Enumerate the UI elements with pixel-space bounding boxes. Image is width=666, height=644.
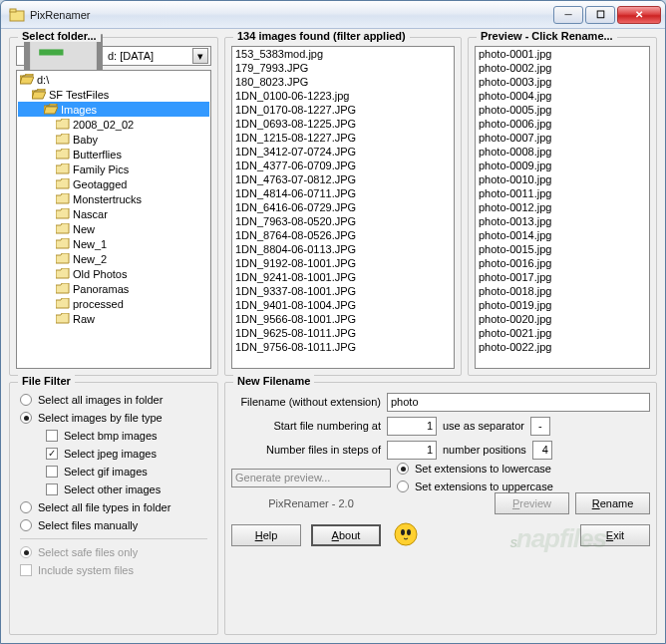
preview-file-item[interactable]: photo-0001.jpg xyxy=(477,48,648,62)
close-button[interactable]: ✕ xyxy=(617,6,661,24)
source-file-item[interactable]: 1DN_9241-08-1001.JPG xyxy=(233,271,453,285)
folder-tree-item[interactable]: Monstertrucks xyxy=(18,191,209,206)
minimize-button[interactable]: ─ xyxy=(553,6,583,24)
filename-input[interactable] xyxy=(387,393,650,412)
select-folder-group: Select folder... d: [DATA] ▾ d:\SF TestF… xyxy=(9,37,218,376)
preview-file-item[interactable]: photo-0008.jpg xyxy=(477,146,648,160)
window-title: PixRenamer xyxy=(30,9,551,21)
source-file-item[interactable]: 180_8023.JPG xyxy=(233,76,453,90)
source-file-item[interactable]: 1DN_9756-08-1011.JPG xyxy=(233,341,453,355)
folder-tree-item[interactable]: SF TestFiles xyxy=(18,87,209,102)
folder-tree-item[interactable]: d:\ xyxy=(18,72,209,87)
folder-tree-item[interactable]: Images xyxy=(18,102,209,117)
source-file-item[interactable]: 1DN_9401-08-1004.JPG xyxy=(233,299,453,313)
source-file-item[interactable]: 1DN_0693-08-1225.JPG xyxy=(233,118,453,132)
filter-system-check: Include system files xyxy=(16,561,211,579)
preview-file-item[interactable]: photo-0009.jpg xyxy=(477,160,648,173)
step-input[interactable] xyxy=(387,441,437,460)
preview-file-item[interactable]: photo-0007.jpg xyxy=(477,132,648,146)
filter-manual-radio[interactable]: Select files manually xyxy=(16,516,211,534)
folder-tree-item[interactable]: Old Photos xyxy=(18,266,209,281)
source-file-item[interactable]: 1DN_7963-08-0520.JPG xyxy=(233,215,453,229)
filter-all-images-radio[interactable]: Select all images in folder xyxy=(16,391,211,409)
folder-tree-item[interactable]: Panoramas xyxy=(18,281,209,296)
preview-file-item[interactable]: photo-0010.jpg xyxy=(477,173,648,187)
preview-file-item[interactable]: photo-0021.jpg xyxy=(477,327,648,341)
preview-file-list[interactable]: photo-0001.jpgphoto-0002.jpgphoto-0003.j… xyxy=(475,46,650,369)
folder-tree-item[interactable]: Raw xyxy=(18,311,209,326)
source-file-item[interactable]: 1DN_4763-07-0812.JPG xyxy=(233,173,453,187)
source-file-item[interactable]: 1DN_4377-06-0709.JPG xyxy=(233,160,453,173)
filename-label: Filename (without extension) xyxy=(231,396,381,408)
filter-all-files-radio[interactable]: Select all file types in folder xyxy=(16,498,211,516)
help-button[interactable]: Help xyxy=(231,524,301,546)
source-file-item[interactable]: 1DN_8764-08-0526.JPG xyxy=(233,229,453,243)
source-file-item[interactable]: 1DN_9337-08-1001.JPG xyxy=(233,285,453,299)
drive-combo[interactable]: d: [DATA] ▾ xyxy=(16,46,211,66)
preview-file-item[interactable]: photo-0015.jpg xyxy=(477,243,648,257)
source-file-item[interactable]: 179_7993.JPG xyxy=(233,62,453,76)
preview-file-item[interactable]: photo-0019.jpg xyxy=(477,299,648,313)
preview-file-item[interactable]: photo-0011.jpg xyxy=(477,187,648,201)
filter-by-type-radio[interactable]: Select images by file type xyxy=(16,409,211,427)
folder-tree[interactable]: d:\SF TestFilesImages2008_02_02BabyButte… xyxy=(16,70,211,369)
source-file-item[interactable]: 1DN_1215-08-1227.JPG xyxy=(233,132,453,146)
filter-bmp-check[interactable]: Select bmp images xyxy=(16,427,211,445)
ext-lowercase-radio[interactable]: Set extensions to lowercase xyxy=(397,460,650,478)
folder-tree-item[interactable]: New xyxy=(18,221,209,236)
about-button[interactable]: About xyxy=(311,524,381,546)
source-file-item[interactable]: 1DN_0170-08-1227.JPG xyxy=(233,104,453,118)
source-file-item[interactable]: 1DN_8804-06-0113.JPG xyxy=(233,243,453,257)
separator-label: use as separator xyxy=(443,420,524,432)
brand-label: PixRenamer - 2.0 xyxy=(231,497,391,509)
images-found-group: 134 images found (filter applied) 153_53… xyxy=(224,37,462,376)
folder-tree-item[interactable]: Nascar xyxy=(18,206,209,221)
svg-point-6 xyxy=(407,529,411,535)
preview-file-item[interactable]: photo-0004.jpg xyxy=(477,90,648,104)
preview-file-item[interactable]: photo-0017.jpg xyxy=(477,271,648,285)
preview-file-item[interactable]: photo-0003.jpg xyxy=(477,76,648,90)
preview-file-item[interactable]: photo-0005.jpg xyxy=(477,104,648,118)
preview-file-item[interactable]: photo-0020.jpg xyxy=(477,313,648,327)
folder-tree-item[interactable]: Family Pics xyxy=(18,161,209,176)
preview-button[interactable]: Preview xyxy=(495,492,569,514)
new-filename-legend: New Filename xyxy=(233,375,314,387)
source-file-item[interactable]: 1DN_0100-06-1223.jpg xyxy=(233,90,453,104)
preview-file-item[interactable]: photo-0022.jpg xyxy=(477,341,648,355)
folder-tree-item[interactable]: Butterflies xyxy=(18,147,209,161)
folder-tree-item[interactable]: New_1 xyxy=(18,236,209,251)
filter-other-check[interactable]: Select other images xyxy=(16,481,211,498)
source-file-item[interactable]: 1DN_9566-08-1001.JPG xyxy=(233,313,453,327)
drive-combo-dropdown[interactable]: ▾ xyxy=(192,48,208,64)
maximize-button[interactable]: ☐ xyxy=(585,6,615,24)
preview-file-item[interactable]: photo-0013.jpg xyxy=(477,215,648,229)
folder-tree-item[interactable]: Geotagged xyxy=(18,176,209,191)
filter-gif-check[interactable]: Select gif images xyxy=(16,463,211,481)
start-number-input[interactable] xyxy=(387,417,437,436)
source-file-item[interactable]: 1DN_4814-06-0711.JPG xyxy=(233,187,453,201)
source-file-item[interactable]: 1DN_9192-08-1001.JPG xyxy=(233,257,453,271)
source-file-item[interactable]: 1DN_9625-08-1011.JPG xyxy=(233,327,453,341)
positions-input[interactable] xyxy=(532,441,552,460)
preview-file-item[interactable]: photo-0014.jpg xyxy=(477,229,648,243)
rename-button[interactable]: Rename xyxy=(575,492,650,514)
preview-file-item[interactable]: photo-0016.jpg xyxy=(477,257,648,271)
folder-tree-item[interactable]: New_2 xyxy=(18,251,209,266)
preview-file-item[interactable]: photo-0018.jpg xyxy=(477,285,648,299)
source-file-item[interactable]: 153_5383mod.jpg xyxy=(233,48,453,62)
exit-button[interactable]: Exit xyxy=(580,524,650,546)
source-file-list[interactable]: 153_5383mod.jpg179_7993.JPG180_8023.JPG1… xyxy=(231,46,455,369)
folder-tree-item[interactable]: processed xyxy=(18,296,209,311)
preview-file-item[interactable]: photo-0002.jpg xyxy=(477,62,648,76)
preview-file-item[interactable]: photo-0012.jpg xyxy=(477,201,648,215)
folder-tree-item[interactable]: Baby xyxy=(18,132,209,147)
source-file-item[interactable]: 1DN_6416-06-0729.JPG xyxy=(233,201,453,215)
separator-input[interactable] xyxy=(530,417,550,436)
drive-combo-value: d: [DATA] xyxy=(106,50,192,62)
preview-file-item[interactable]: photo-0006.jpg xyxy=(477,118,648,132)
filter-jpeg-check[interactable]: Select jpeg images xyxy=(16,445,211,463)
source-file-item[interactable]: 1DN_3412-07-0724.JPG xyxy=(233,146,453,160)
folder-tree-item[interactable]: 2008_02_02 xyxy=(18,117,209,132)
start-number-label: Start file numbering at xyxy=(231,420,381,432)
select-folder-legend: Select folder... xyxy=(18,30,101,42)
